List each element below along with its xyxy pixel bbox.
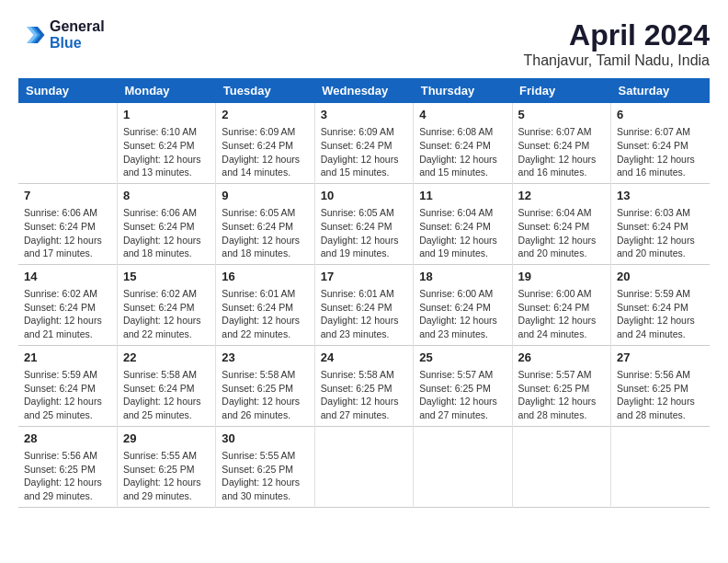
day-info: Sunset: 6:24 PM [419,220,506,234]
header-row: SundayMondayTuesdayWednesdayThursdayFrid… [18,78,710,103]
week-row-2: 7Sunrise: 6:06 AMSunset: 6:24 PMDaylight… [18,183,710,264]
day-info: Daylight: 12 hours [24,395,111,408]
day-info: and 28 minutes. [617,408,704,422]
day-number: 23 [222,350,308,366]
day-info: Sunrise: 6:09 AM [321,125,407,139]
day-info: Daylight: 12 hours [222,153,308,167]
day-info: Sunrise: 5:57 AM [419,368,506,382]
logo-icon [18,21,46,49]
day-info: Sunrise: 6:09 AM [222,125,308,139]
week-row-4: 21Sunrise: 5:59 AMSunset: 6:24 PMDayligh… [18,345,710,426]
day-info: and 18 minutes. [222,247,308,260]
day-number: 7 [24,188,111,204]
day-info: Daylight: 12 hours [321,395,407,408]
day-info: and 28 minutes. [518,408,605,422]
day-info: Daylight: 12 hours [123,476,210,489]
day-info: and 22 minutes. [222,327,308,341]
header-cell-wednesday: Wednesday [314,78,413,103]
week-row-5: 28Sunrise: 5:56 AMSunset: 6:25 PMDayligh… [18,426,710,507]
day-cell: 13Sunrise: 6:03 AMSunset: 6:24 PMDayligh… [611,183,710,264]
day-info: and 20 minutes. [617,247,704,260]
main-title: April 2024 [524,18,710,52]
day-info: Sunrise: 6:00 AM [419,287,506,301]
day-info: Daylight: 12 hours [419,153,506,167]
day-number: 20 [617,269,704,285]
day-info: and 27 minutes. [419,408,506,422]
day-cell: 4Sunrise: 6:08 AMSunset: 6:24 PMDaylight… [414,103,512,183]
logo: General Blue [18,18,105,52]
day-info: Sunset: 6:24 PM [24,382,111,396]
day-number: 26 [518,350,605,366]
day-info: and 13 minutes. [123,166,210,179]
day-info: and 22 minutes. [123,327,210,341]
day-info: Daylight: 12 hours [222,314,308,327]
day-info: Sunrise: 6:05 AM [321,206,407,220]
day-number: 28 [24,431,111,447]
day-number: 6 [617,107,704,123]
day-info: and 14 minutes. [222,166,308,179]
day-info: Sunset: 6:25 PM [222,382,308,396]
day-info: Daylight: 12 hours [321,314,407,327]
day-info: Sunrise: 6:10 AM [123,125,210,139]
day-number: 10 [321,188,407,204]
day-info: Sunset: 6:24 PM [321,220,407,234]
day-info: Sunset: 6:24 PM [419,139,506,153]
day-info: Sunrise: 5:57 AM [518,368,605,382]
day-info: Sunrise: 6:00 AM [518,287,605,301]
day-info: Sunset: 6:24 PM [123,301,210,315]
day-info: Sunrise: 5:58 AM [123,368,210,382]
day-info: Sunset: 6:25 PM [321,382,407,396]
day-info: Sunset: 6:24 PM [617,139,704,153]
day-info: and 23 minutes. [419,327,506,341]
day-cell [611,426,710,507]
day-number: 4 [419,107,506,123]
day-cell: 28Sunrise: 5:56 AMSunset: 6:25 PMDayligh… [18,426,117,507]
day-number: 18 [419,269,506,285]
logo-text-line2: Blue [50,35,105,52]
day-info: and 15 minutes. [321,166,407,179]
week-row-1: 1Sunrise: 6:10 AMSunset: 6:24 PMDaylight… [18,103,710,183]
day-cell: 5Sunrise: 6:07 AMSunset: 6:24 PMDaylight… [512,103,610,183]
day-number: 30 [222,431,308,447]
day-info: Sunrise: 6:01 AM [321,287,407,301]
day-info: Sunset: 6:24 PM [518,220,605,234]
day-info: Daylight: 12 hours [222,476,308,489]
day-number: 1 [123,107,210,123]
day-info: Daylight: 12 hours [617,234,704,247]
day-cell: 16Sunrise: 6:01 AMSunset: 6:24 PMDayligh… [216,264,314,345]
day-info: Sunset: 6:25 PM [24,463,111,477]
day-info: Sunset: 6:24 PM [123,382,210,396]
day-info: Sunrise: 6:06 AM [24,206,111,220]
day-number: 27 [617,350,704,366]
day-number: 13 [617,188,704,204]
day-info: Sunset: 6:24 PM [518,139,605,153]
day-info: and 25 minutes. [123,408,210,422]
day-info: Sunrise: 6:02 AM [24,287,111,301]
day-info: Sunrise: 6:06 AM [123,206,210,220]
day-info: Sunrise: 5:56 AM [24,449,111,463]
day-cell: 30Sunrise: 5:55 AMSunset: 6:25 PMDayligh… [216,426,314,507]
day-info: Daylight: 12 hours [419,314,506,327]
header-cell-monday: Monday [117,78,215,103]
day-info: Daylight: 12 hours [24,476,111,489]
day-info: Daylight: 12 hours [321,234,407,247]
day-info: and 21 minutes. [24,327,111,341]
day-info: Sunset: 6:24 PM [419,301,506,315]
day-cell: 29Sunrise: 5:55 AMSunset: 6:25 PMDayligh… [117,426,215,507]
day-info: and 17 minutes. [24,247,111,260]
day-cell [512,426,610,507]
header-cell-tuesday: Tuesday [216,78,314,103]
day-info: and 15 minutes. [419,166,506,179]
day-info: Sunrise: 6:01 AM [222,287,308,301]
day-number: 9 [222,188,308,204]
day-cell: 20Sunrise: 5:59 AMSunset: 6:24 PMDayligh… [611,264,710,345]
day-info: Daylight: 12 hours [617,153,704,167]
day-info: Daylight: 12 hours [24,234,111,247]
day-info: and 27 minutes. [321,408,407,422]
day-info: Sunrise: 6:08 AM [419,125,506,139]
day-info: Sunrise: 5:59 AM [24,368,111,382]
header-cell-friday: Friday [512,78,610,103]
day-info: Sunrise: 5:59 AM [617,287,704,301]
day-number: 16 [222,269,308,285]
day-info: Daylight: 12 hours [419,234,506,247]
